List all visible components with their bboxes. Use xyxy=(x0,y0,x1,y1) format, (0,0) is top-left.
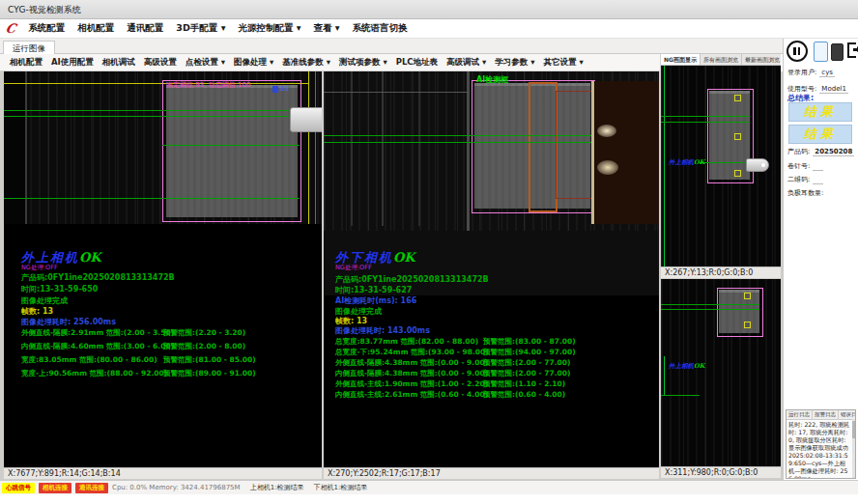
measure-row: 宽度-上:90.56mm 范围:(88.00 - 92.00) xyxy=(21,369,167,378)
tool-learning-params[interactable]: 学习参数 ▾ xyxy=(495,57,534,69)
logout-arrow-icon xyxy=(853,48,858,51)
mid-product-code: 产品码:0FY1ine2025020813313472B xyxy=(335,274,489,285)
tool-other-settings[interactable]: 其它设置 ▾ xyxy=(544,57,584,69)
left-roi-box xyxy=(162,80,301,222)
thumb2-roi-box xyxy=(717,288,763,337)
thumb2-yellow-marker xyxy=(744,293,751,299)
menu-camera-config[interactable]: 相机配置 xyxy=(77,22,114,35)
tool-camera-debug[interactable]: 相机调试 xyxy=(102,57,135,69)
pause-icon xyxy=(793,47,796,55)
left-done: 图像处理完成 xyxy=(21,295,68,306)
measure-warn: 预警范围:(94.00 - 97.00) xyxy=(483,348,576,357)
left-photo-darkband xyxy=(4,71,25,224)
tool-image-processing[interactable]: 图像处理 ▾ xyxy=(234,57,273,69)
mid-result-ok-badge: OK xyxy=(393,250,415,265)
thumb-tab-all-browse[interactable]: 所有画面浏览 xyxy=(701,54,742,65)
log-scrollbar[interactable] xyxy=(852,419,855,478)
pause-button[interactable] xyxy=(786,41,808,62)
mid-green-line-2 xyxy=(324,142,591,143)
window-titlebar: CYG-视觉检测系统 xyxy=(0,0,858,19)
thumb2-mini-title: 外上相机OK xyxy=(669,362,704,371)
left-yellow-vline xyxy=(308,71,309,224)
logout-button[interactable] xyxy=(846,42,858,61)
mid-ai-label: AI检测框 xyxy=(476,74,508,85)
left-time: 时间:13-31-59-650 xyxy=(21,284,98,294)
thumb-tab-latest-browse[interactable]: 最新画面浏览 xyxy=(742,54,784,65)
mid-bright-edge xyxy=(591,81,594,224)
thumb1-green-vline xyxy=(664,66,665,266)
left-threshold-label: 固定阈值:93, 动态阈值:100 xyxy=(166,80,250,90)
thumb2-ok-badge: OK xyxy=(694,362,704,370)
up-camera-status: 上相机1:检测结果 xyxy=(250,483,304,492)
tool-baseline-params[interactable]: 基准线参数 ▾ xyxy=(282,57,330,69)
measure-warn: 预警范围:(81.00 - 85.00) xyxy=(163,355,256,365)
measure-warn: 预警范围:(2.00 - 8.00) xyxy=(163,342,245,351)
thumb2-green-line-3 xyxy=(661,395,700,396)
thumb2-green-line-1 xyxy=(661,304,759,305)
thumb1-ok-badge: OK xyxy=(694,158,704,166)
mid-coords-bar: X:270;Y:2502;R:17;G:17;B:17 xyxy=(324,467,659,479)
heartbeat-badge: 心跳信号 xyxy=(2,483,35,493)
menu-comm-config[interactable]: 通讯配置 xyxy=(127,22,163,35)
left-blue-note: 88 xyxy=(280,85,289,93)
window-title: CYG-视觉检测系统 xyxy=(8,5,81,14)
menu-light-control-config[interactable]: 光源控制配置 ▾ xyxy=(238,22,300,35)
thumb-tab-ng-display[interactable]: NG画面显示 xyxy=(661,54,701,65)
measure-row: 内侧直线-隔膜:4.38mm 范围:(0.00 - 9.00) xyxy=(335,369,488,378)
thumb1-image: 外上相机OK xyxy=(661,66,781,266)
mid-ng-note: NG处理:OFF xyxy=(335,264,372,272)
login-user-field: 登录用户:cys xyxy=(787,68,835,77)
thumb-camera-view-2: 外上相机OK X:311;Y:980;R:0;G:0;B:0 xyxy=(661,279,781,478)
tool-spot-check[interactable]: 点检设置 ▾ xyxy=(186,57,225,69)
thumb2-yellow-marker xyxy=(744,322,751,328)
mid-dark-area xyxy=(591,81,659,224)
user-light-button[interactable] xyxy=(814,42,828,62)
measure-row: 外侧直线-隔膜:4.38mm 范围:(0.00 - 9.00) xyxy=(335,358,488,368)
tab-count-label: 负极耳数量: xyxy=(787,189,823,197)
tool-camera-config[interactable]: 相机配置 xyxy=(10,57,43,69)
mid-highlight-spot xyxy=(597,125,616,137)
needle-label: 卷针号: xyxy=(787,162,810,170)
log-scrollbar-thumb[interactable] xyxy=(852,421,855,438)
menu-language-switch[interactable]: 系统语言切换 xyxy=(353,22,408,35)
thumb-camera-view-1: 外上相机OK X:267;Y:13;R:0;G:0;B:0 xyxy=(661,66,781,278)
thumb2-image: 外上相机OK xyxy=(661,279,781,466)
tab-run-image[interactable]: 运行图像 xyxy=(3,41,55,55)
thumb1-connector-tab xyxy=(746,158,769,172)
pause-icon xyxy=(798,47,801,55)
log-tab-alarm[interactable]: 报警日志 xyxy=(813,410,839,419)
qr-label: 二维码: xyxy=(787,176,810,183)
menu-3d-hand-config[interactable]: 3D手配置 ▾ xyxy=(176,22,225,35)
tool-ai-use-config[interactable]: AI使用配置 xyxy=(51,57,94,69)
measure-warn: 预警范围:(2.00 - 77.00) xyxy=(483,358,570,368)
log-tab-run[interactable]: 运行日志 xyxy=(786,410,813,419)
tool-advanced-debug[interactable]: 高级调试 ▾ xyxy=(446,57,486,69)
thumb2-coords-bar: X:311;Y:980;R:0;G:0;B:0 xyxy=(661,466,781,478)
thumb1-coords-bar: X:267;Y:13;R:0;G:0;B:0 xyxy=(661,266,781,278)
left-result-camera-name: 外上相机 xyxy=(21,250,79,265)
measure-warn: 预警范围:(2.20 - 3.20) xyxy=(163,328,245,338)
tool-test-item-params[interactable]: 测试项参数 ▾ xyxy=(339,57,387,69)
user-dark-button[interactable] xyxy=(831,43,844,61)
tool-advanced-settings[interactable]: 高级设置 xyxy=(144,57,177,69)
menu-bar: C 系统配置 相机配置 通讯配置 3D手配置 ▾ 光源控制配置 ▾ 查看 ▾ 系… xyxy=(0,19,858,39)
thumb1-green-line-2 xyxy=(661,122,750,123)
left-frame-count: 帧数: 13 xyxy=(21,306,53,317)
comm-connect-badge: 通讯连接 xyxy=(75,483,108,493)
mid-elapsed: 图像处理耗时: 143.00ms xyxy=(335,325,430,336)
result-box-1: 结果 xyxy=(788,102,852,122)
menu-system-config[interactable]: 系统配置 xyxy=(28,22,65,35)
tool-plc-address-table[interactable]: PLC地址表 xyxy=(396,57,438,69)
measure-warn: 预警范围:(2.00 - 77.00) xyxy=(483,369,570,378)
mid-structure-line xyxy=(382,71,384,226)
left-photo-edge xyxy=(25,71,27,224)
menu-view[interactable]: 查看 ▾ xyxy=(314,22,340,35)
left-product-code: 产品码:0FY1ine2025020813313472B xyxy=(21,272,175,283)
down-camera-status: 下相机1:检测结果 xyxy=(313,483,367,492)
model-value: Model1 xyxy=(819,85,847,94)
status-bar: 心跳信号 相机连接 通讯连接 Cpu: 0.0% Memory: 3424.41… xyxy=(0,480,858,494)
log-tab-error[interactable]: 错误日志 xyxy=(839,410,856,419)
needle-field: 卷针号: xyxy=(787,161,823,171)
product-code-label: 产品码: xyxy=(787,148,810,155)
app-logo-icon: C xyxy=(4,21,17,36)
